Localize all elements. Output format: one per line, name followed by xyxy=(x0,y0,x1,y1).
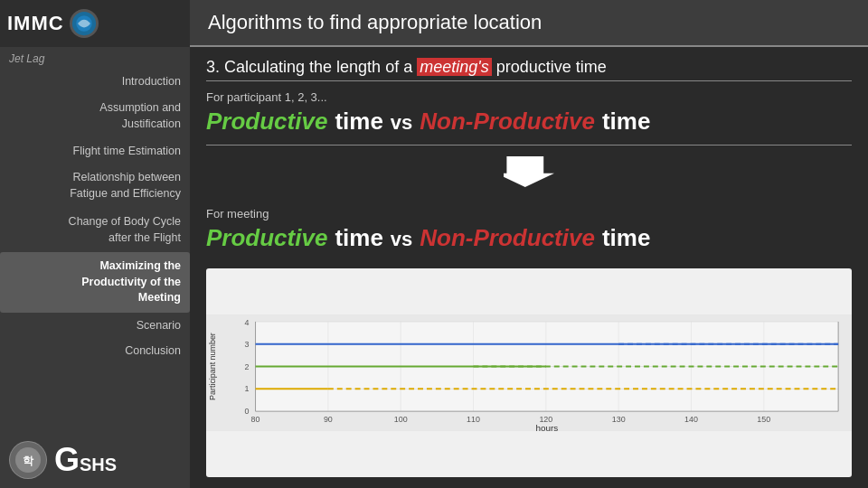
svg-text:0: 0 xyxy=(245,407,250,416)
productive-time-row-meeting: Productive time vs Non-Productive time xyxy=(206,224,852,252)
sidebar-item-flight-time[interactable]: Flight time Estimation xyxy=(0,138,190,164)
svg-text:학: 학 xyxy=(23,455,34,467)
svg-text:1: 1 xyxy=(245,384,250,393)
jet-lag-label: Jet Lag xyxy=(0,47,190,69)
svg-text:130: 130 xyxy=(612,415,626,424)
sidebar-header: IMMC xyxy=(0,0,190,47)
svg-text:3: 3 xyxy=(245,340,250,349)
section-title-highlight: meeting's xyxy=(417,58,491,76)
svg-text:2: 2 xyxy=(245,362,250,371)
time-label-2: time xyxy=(335,224,382,252)
sidebar-item-scenario[interactable]: Scenario xyxy=(0,313,190,338)
meeting-label: For meeting xyxy=(206,207,852,221)
sidebar-bottom: 학 GSHS xyxy=(0,432,190,488)
arrow-down-icon xyxy=(504,156,554,192)
svg-text:4: 4 xyxy=(245,318,250,327)
sidebar-logo-text: IMMC xyxy=(7,12,64,35)
sidebar-item-relationship[interactable]: Relationship betweenFatigue and Efficien… xyxy=(0,164,190,208)
sidebar-item-conclusion[interactable]: Conclusion xyxy=(0,338,190,363)
productive-time-row-participant: Productive time vs Non-Productive time xyxy=(206,108,852,136)
svg-text:140: 140 xyxy=(684,415,698,424)
sidebar-item-change-cycle[interactable]: Change of Body Cycleafter the Flight xyxy=(0,208,190,252)
nonproductive-label-1: Non-Productive xyxy=(420,108,595,136)
nonproductive-label-2: Non-Productive xyxy=(420,224,595,252)
immc-logo-icon xyxy=(70,9,99,38)
section-title-suffix: productive time xyxy=(492,58,607,76)
participant-label: For participant 1, 2, 3... xyxy=(206,90,852,104)
section-title: 3. Calculating the length of a meeting's… xyxy=(206,58,852,81)
sidebar: IMMC Jet Lag Introduction Assumption and… xyxy=(0,0,190,488)
arrow-container xyxy=(206,156,852,192)
svg-text:80: 80 xyxy=(251,415,260,424)
svg-text:100: 100 xyxy=(394,415,408,424)
main-content: Algorithms to find appropriate location … xyxy=(190,0,868,488)
main-body: 3. Calculating the length of a meeting's… xyxy=(190,47,868,488)
gshs-text: GSHS xyxy=(54,441,117,479)
gshs-logo-icon: 학 xyxy=(9,441,47,479)
main-header: Algorithms to find appropriate location xyxy=(190,0,868,47)
vs-label-2: vs xyxy=(391,228,412,251)
productive-label-1: Productive xyxy=(206,108,327,136)
sidebar-item-introduction[interactable]: Introduction xyxy=(0,69,190,94)
sidebar-item-assumption[interactable]: Assumption andJustification xyxy=(0,94,190,138)
svg-text:110: 110 xyxy=(467,415,480,424)
time-label-1: time xyxy=(335,108,382,136)
content-block-participant: For participant 1, 2, 3... Productive ti… xyxy=(206,90,852,145)
time-label-2b: time xyxy=(602,224,650,252)
svg-text:90: 90 xyxy=(324,415,333,424)
main-title: Algorithms to find appropriate location xyxy=(208,11,850,34)
sidebar-item-maximizing[interactable]: Maximizing theProductivity of theMeeting xyxy=(0,252,190,313)
svg-text:hours: hours xyxy=(535,423,558,433)
content-block-meeting: For meeting Productive time vs Non-Produ… xyxy=(206,203,852,259)
vs-label-1: vs xyxy=(391,111,412,135)
svg-text:150: 150 xyxy=(757,415,770,424)
chart-area: 0 1 2 3 4 80 90 100 110 120 130 140 150 … xyxy=(206,268,852,477)
section-title-prefix: 3. Calculating the length of a xyxy=(206,58,417,76)
time-label-1b: time xyxy=(602,108,650,136)
svg-text:Participant number: Participant number xyxy=(208,333,217,400)
svg-marker-5 xyxy=(504,156,554,187)
productive-label-2: Productive xyxy=(206,224,327,252)
